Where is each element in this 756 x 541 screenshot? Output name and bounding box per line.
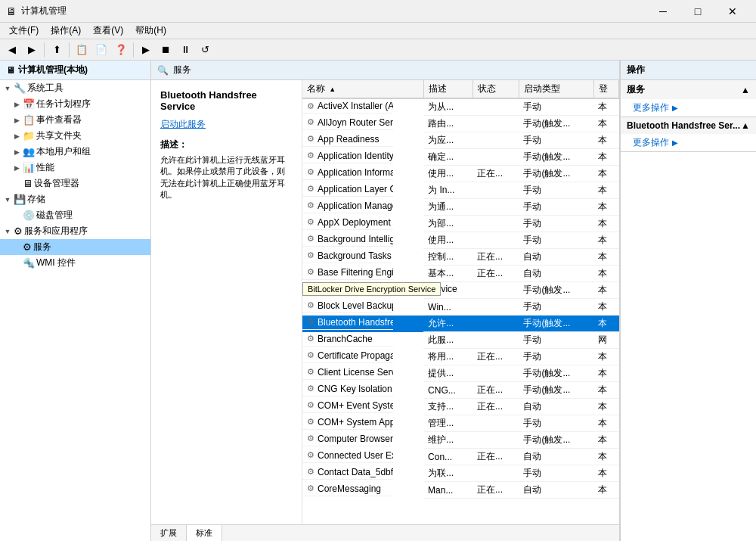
task-scheduler-icon: 📅 <box>23 98 35 110</box>
sidebar-item-local-users[interactable]: ▶ 👥 本地用户和组 <box>0 144 150 160</box>
table-row[interactable]: ⚙ Client License Service (Cli...提供...手动(… <box>302 365 619 382</box>
sidebar-item-services[interactable]: ⚙ 服务 <box>0 239 150 255</box>
play-button[interactable]: ▶ <box>137 42 155 58</box>
service-login-cell: 本 <box>593 365 618 382</box>
table-row[interactable]: ⚙ CNG Key IsolationCNG...正在...手动(触发...本 <box>302 382 619 399</box>
service-status-cell <box>472 199 519 216</box>
col-startup[interactable]: 启动类型 <box>519 80 593 98</box>
help-button[interactable]: ❓ <box>112 42 130 58</box>
service-login-cell: 本 <box>593 266 618 282</box>
action-more-operations-1[interactable]: 更多操作 ▶ <box>621 99 756 117</box>
sidebar-item-event-viewer[interactable]: ▶ 📋 事件查看器 <box>0 112 150 128</box>
col-name[interactable]: 名称 ▲ <box>302 80 423 98</box>
shared-folders-label: 共享文件夹 <box>36 129 82 142</box>
service-name-cell: ⚙ Application Identity <box>302 149 393 163</box>
sidebar-item-task-scheduler[interactable]: ▶ 📅 任务计划程序 <box>0 96 150 112</box>
sidebar-item-wmi[interactable]: 🔩 WMI 控件 <box>0 255 150 271</box>
sidebar-item-device-manager[interactable]: 🖥 设备管理器 <box>0 176 150 191</box>
system-tools-icon: 🔧 <box>14 82 26 94</box>
computer-icon: 🖥 <box>6 65 15 76</box>
service-startup-cell: 手动(触发... <box>519 149 593 166</box>
table-row[interactable]: ⚙ Background Tasks Infras...控制...正在...自动… <box>302 249 619 266</box>
service-startup-cell: 手动 <box>519 299 593 316</box>
table-row[interactable]: ⚙ App Readiness为应...手动本 <box>302 132 619 149</box>
service-status-cell: 正在... <box>472 349 519 365</box>
toolbar-separator-3 <box>133 42 134 58</box>
table-row[interactable]: ⚙ Background Intelligent T...使用...手动本 <box>302 232 619 249</box>
service-status-cell <box>472 365 519 382</box>
service-login-cell: 本 <box>593 249 618 266</box>
table-row[interactable]: ⚙ AppX Deployment Servic...为部...手动本 <box>302 216 619 232</box>
table-row[interactable]: ⚙ COM+ Event System支持...正在...自动本 <box>302 399 619 415</box>
sidebar-item-performance[interactable]: ▶ 📊 性能 <box>0 160 150 176</box>
table-row[interactable]: ⚙ Application Layer Gatewa...为 In...手动本 <box>302 182 619 199</box>
table-row[interactable]: ⚙ BitLocker Drive Encryption ServiceBitL… <box>302 282 619 299</box>
restart-button[interactable]: ↺ <box>196 42 214 58</box>
service-startup-cell: 自动 <box>519 449 593 465</box>
table-row[interactable]: ⚙ Application Management为通...手动本 <box>302 199 619 216</box>
table-row[interactable]: ⚙ Base Filtering Engine基本...正在...自动本 <box>302 266 619 282</box>
col-status[interactable]: 状态 <box>472 80 519 98</box>
service-status-cell: 正在... <box>472 399 519 415</box>
service-login-cell: 本 <box>593 282 618 299</box>
action-section-services-title[interactable]: 服务 ▲ <box>621 80 756 99</box>
action-more-operations-2[interactable]: 更多操作 ▶ <box>621 134 756 151</box>
table-row[interactable]: ⚙ Block Level Backup Engi...Win...手动本 <box>302 299 619 316</box>
menu-bar: 文件(F)操作(A)查看(V)帮助(H) <box>0 23 756 39</box>
sidebar-item-services-apps[interactable]: ▼ ⚙ 服务和应用程序 <box>0 223 150 239</box>
pause-button[interactable]: ⏸ <box>176 42 194 58</box>
action-section-bluetooth-title[interactable]: Bluetooth Handsfree Ser... ▲ <box>621 117 756 134</box>
event-viewer-icon: 📋 <box>23 114 35 126</box>
forward-button[interactable]: ▶ <box>23 42 41 58</box>
table-row[interactable]: ⚙ Application Identity确定...手动(触发...本 <box>302 149 619 166</box>
service-startup-cell: 手动 <box>519 415 593 432</box>
service-status-cell <box>472 316 519 332</box>
service-detail-panel: Bluetooth Handsfree Service 启动此服务 描述： 允许… <box>151 80 302 524</box>
menu-item[interactable]: 帮助(H) <box>129 23 172 39</box>
sidebar-header: 🖥 计算机管理(本地) <box>0 61 150 80</box>
tab-standard[interactable]: 标准 <box>187 525 222 541</box>
table-row[interactable]: ⚙ AllJoyn Router Service路由...手动(触发...本 <box>302 116 619 132</box>
service-login-cell: 本 <box>593 482 618 499</box>
table-row[interactable]: ⚙ COM+ System Application管理...手动本 <box>302 415 619 432</box>
maximize-button[interactable]: □ <box>680 0 715 23</box>
properties-button[interactable]: 📄 <box>92 42 110 58</box>
table-row[interactable]: ⚙ Bluetooth Handsfree Ser...允许...手动(触发..… <box>302 316 619 332</box>
table-row[interactable]: ⚙ BranchCache此服...手动网 <box>302 332 619 349</box>
table-row[interactable]: ⚙ ActiveX Installer (AxInstSV)为从...手动本 <box>302 98 619 116</box>
menu-item[interactable]: 文件(F) <box>3 23 45 39</box>
col-desc[interactable]: 描述 <box>423 80 472 98</box>
table-row[interactable]: ⚙ Certificate Propagation将用...正在...手动本 <box>302 349 619 365</box>
table-row[interactable]: ⚙ Connected User Experien...Con...正在...自… <box>302 449 619 465</box>
service-name-cell: ⚙ AppX Deployment Servic... <box>302 216 393 230</box>
service-startup-cell: 自动 <box>519 266 593 282</box>
tab-extended[interactable]: 扩展 <box>151 525 187 541</box>
show-hide-button[interactable]: 📋 <box>73 42 91 58</box>
table-row[interactable]: ⚙ Computer Browser维护...手动(触发...本 <box>302 432 619 449</box>
service-desc-cell: 支持... <box>423 399 472 415</box>
sidebar-item-storage[interactable]: ▼ 💾 存储 <box>0 191 150 207</box>
start-service-link[interactable]: 启动此服务 <box>160 119 206 129</box>
sidebar-item-system-tools[interactable]: ▼ 🔧 系统工具 <box>0 80 150 96</box>
service-status-cell <box>472 232 519 249</box>
service-desc-cell: 为从... <box>423 98 472 116</box>
sidebar-item-shared-folders[interactable]: ▶ 📁 共享文件夹 <box>0 128 150 144</box>
col-login[interactable]: 登 <box>593 80 618 98</box>
back-button[interactable]: ◀ <box>3 42 21 58</box>
sidebar-item-disk-manager[interactable]: 💿 磁盘管理 <box>0 207 150 223</box>
service-startup-cell: 手动(触发... <box>519 282 593 299</box>
table-row[interactable]: ⚙ Contact Data_5dbf437为联...手动本 <box>302 465 619 482</box>
service-status-cell <box>472 299 519 316</box>
service-status-cell <box>472 415 519 432</box>
stop-button[interactable]: ⏹ <box>156 42 175 58</box>
desc-label: 描述： <box>160 138 293 151</box>
service-status-cell <box>472 282 519 299</box>
menu-item[interactable]: 操作(A) <box>45 23 87 39</box>
table-row[interactable]: ⚙ Application Information使用...正在...手动(触发… <box>302 166 619 182</box>
minimize-button[interactable]: ─ <box>646 0 680 23</box>
service-name-cell: ⚙ CoreMessaging <box>302 482 393 496</box>
menu-item[interactable]: 查看(V) <box>87 23 129 39</box>
table-row[interactable]: ⚙ CoreMessagingMan...正在...自动本 <box>302 482 619 499</box>
up-button[interactable]: ⬆ <box>48 42 66 58</box>
close-button[interactable]: ✕ <box>715 0 750 23</box>
